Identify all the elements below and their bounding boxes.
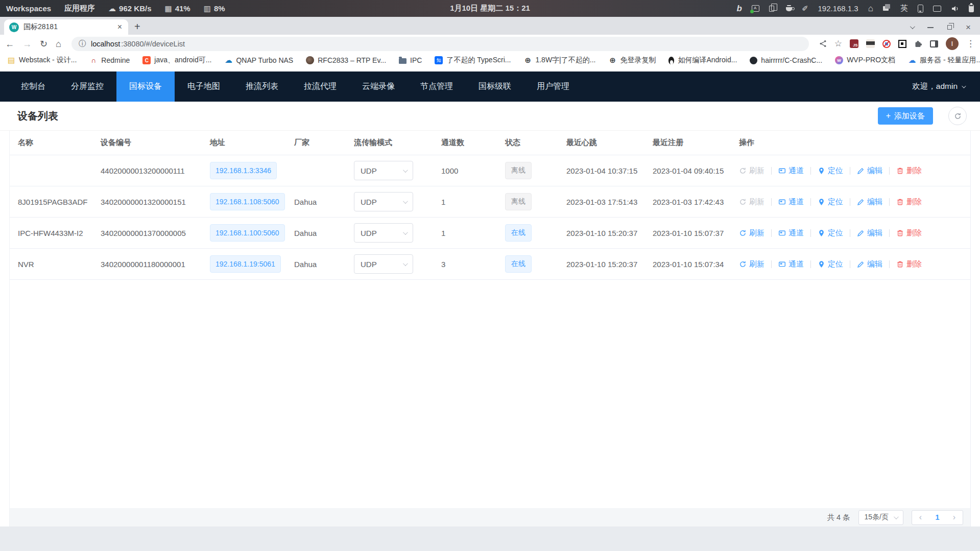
home-button[interactable]: ⌂: [56, 39, 61, 49]
refresh-list-button[interactable]: [948, 107, 967, 125]
channel-action[interactable]: 通道: [778, 166, 804, 176]
locate-action[interactable]: 定位: [818, 228, 843, 238]
locate-action[interactable]: 定位: [818, 197, 843, 207]
channel-action[interactable]: 通道: [778, 228, 804, 238]
input-method-indicator[interactable]: 英: [900, 4, 908, 13]
stream-mode-select[interactable]: UDP: [354, 223, 413, 243]
cpu-usage[interactable]: ▦41%: [164, 4, 190, 13]
clipboard-tray-icon[interactable]: [769, 6, 774, 12]
add-device-button[interactable]: +添加设备: [878, 107, 933, 125]
square-extension-icon[interactable]: [898, 40, 906, 48]
bookmark-item[interactable]: 如何编译Android...: [668, 56, 737, 65]
ip-address[interactable]: 192.168.1.3: [818, 4, 858, 13]
browser-toolbar: ← → ↻ ⌂ ⓘ localhost :38080/#/deviceList …: [0, 35, 980, 53]
screenshot-tray-icon[interactable]: [752, 5, 759, 12]
nav-item-e-map[interactable]: 电子地图: [175, 71, 233, 102]
bookmark-item[interactable]: WWVP-PRO文档: [835, 56, 895, 65]
stream-mode-select[interactable]: UDP: [354, 254, 413, 274]
user-menu[interactable]: 欢迎，admin: [912, 71, 965, 102]
edit-action[interactable]: 编辑: [857, 166, 882, 176]
reload-button[interactable]: ↻: [40, 39, 47, 49]
home-tray-icon[interactable]: ⌂: [868, 4, 873, 14]
channel-action[interactable]: 通道: [778, 197, 804, 207]
battery-icon[interactable]: [969, 5, 974, 12]
bookmark-item[interactable]: ⊕1.8W字|了不起的...: [523, 56, 595, 65]
phone-link-icon[interactable]: [918, 5, 923, 13]
profile-avatar[interactable]: I: [946, 37, 959, 50]
refresh-action[interactable]: 刷新: [739, 259, 764, 269]
address-tag[interactable]: 192.168.1.19:5061: [210, 255, 281, 273]
nav-item-node-manage[interactable]: 节点管理: [408, 71, 466, 102]
close-button[interactable]: ×: [966, 23, 971, 32]
delete-action[interactable]: 删除: [896, 166, 922, 176]
bookmark-item[interactable]: ∩Redmine: [89, 56, 130, 64]
delete-action[interactable]: 删除: [896, 197, 922, 207]
refresh-action[interactable]: 刷新: [739, 197, 764, 207]
memory-usage[interactable]: ▥8%: [204, 4, 225, 13]
extensions-puzzle-icon[interactable]: [914, 40, 922, 48]
nav-item-pull-proxy[interactable]: 拉流代理: [291, 71, 349, 102]
bing-tray-icon[interactable]: b: [737, 4, 742, 14]
next-page-button[interactable]: ›: [946, 513, 963, 522]
restore-button[interactable]: [947, 25, 952, 30]
nav-item-push-list[interactable]: 推流列表: [233, 71, 291, 102]
delete-action[interactable]: 删除: [896, 259, 922, 269]
minimize-button[interactable]: [927, 27, 934, 28]
bookmark-item[interactable]: hairrrrr/C-CrashC...: [750, 56, 822, 64]
nav-item-split-monitor[interactable]: 分屏监控: [58, 71, 116, 102]
adblock-extension-icon[interactable]: [882, 40, 891, 48]
bookmark-item[interactable]: 知了不起的 TypeScri...: [435, 56, 511, 65]
bookmark-item[interactable]: Cjava、android可...: [142, 56, 211, 65]
cup-tray-icon[interactable]: [786, 7, 792, 11]
locate-action[interactable]: 定位: [818, 166, 843, 176]
applications-menu[interactable]: 应用程序: [64, 4, 95, 13]
browser-tab[interactable]: W 国标28181 ×: [4, 19, 128, 35]
address-tag[interactable]: 192.168.1.3:3346: [210, 162, 277, 179]
address-bar[interactable]: ⓘ localhost :38080/#/deviceList: [71, 37, 809, 51]
bookmark-star-icon[interactable]: ☆: [834, 38, 842, 49]
nav-item-gb-devices[interactable]: 国标设备: [116, 71, 175, 102]
forward-button[interactable]: →: [22, 39, 32, 49]
edit-action[interactable]: 编辑: [857, 228, 882, 238]
volume-icon[interactable]: [951, 5, 959, 13]
share-icon[interactable]: [819, 40, 827, 47]
locate-action[interactable]: 定位: [818, 259, 843, 269]
bookmark-item[interactable]: ▤Webstack - 设计...: [7, 56, 77, 65]
current-page[interactable]: 1: [929, 513, 946, 521]
bookmark-item[interactable]: ☁QNAP Turbo NAS: [224, 56, 293, 64]
edit-action[interactable]: 编辑: [857, 197, 882, 207]
workspaces-button[interactable]: Workspaces: [6, 4, 51, 13]
site-info-icon[interactable]: ⓘ: [79, 39, 86, 49]
color-picker-tray-icon[interactable]: ✐: [802, 4, 808, 13]
bookmark-item[interactable]: ⊕免登录复制: [608, 56, 656, 65]
refresh-action[interactable]: 刷新: [739, 228, 764, 238]
nav-item-gb-cascade[interactable]: 国标级联: [466, 71, 524, 102]
page-size-select[interactable]: 15条/页: [858, 510, 903, 525]
edit-action[interactable]: 编辑: [857, 259, 882, 269]
side-panel-icon[interactable]: [930, 40, 938, 47]
network-speed[interactable]: ☁962 KB/s: [108, 4, 151, 13]
refresh-action[interactable]: 刷新: [739, 166, 764, 176]
address-tag[interactable]: 192.168.1.108:5060: [210, 193, 285, 210]
new-tab-button[interactable]: +: [134, 21, 140, 33]
browser-menu-icon[interactable]: ⋮: [966, 38, 975, 49]
mask-extension-icon[interactable]: [866, 39, 875, 48]
prev-page-button[interactable]: ‹: [912, 513, 929, 522]
tab-close-icon[interactable]: ×: [116, 23, 123, 31]
delete-action[interactable]: 删除: [896, 228, 922, 238]
js-extension-icon[interactable]: JS: [850, 39, 858, 48]
stream-mode-select[interactable]: UDP: [354, 161, 413, 180]
back-button[interactable]: ←: [5, 39, 14, 49]
windows-tray-icon[interactable]: [883, 6, 889, 11]
bookmark-item[interactable]: ☁服务器 - 轻量应用...: [908, 56, 980, 65]
bookmark-folder[interactable]: IPC: [399, 56, 422, 64]
nav-item-console[interactable]: 控制台: [8, 71, 58, 102]
tab-search-icon[interactable]: [910, 24, 915, 29]
display-icon[interactable]: [933, 6, 941, 12]
nav-item-user-manage[interactable]: 用户管理: [524, 71, 582, 102]
nav-item-cloud-record[interactable]: 云端录像: [349, 71, 408, 102]
address-tag[interactable]: 192.168.1.100:5060: [210, 224, 285, 242]
stream-mode-select[interactable]: UDP: [354, 192, 413, 211]
channel-action[interactable]: 通道: [778, 259, 804, 269]
bookmark-item[interactable]: RFC2833 – RTP Ev...: [306, 56, 386, 64]
